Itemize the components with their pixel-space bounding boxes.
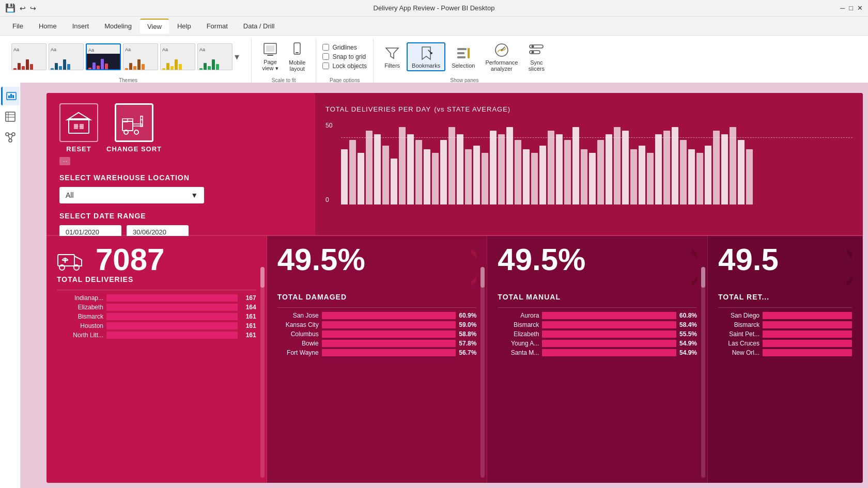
snap-to-grid-checkbox[interactable]: Snap to grid [322,53,367,60]
reset-more-btn[interactable]: ··· [59,157,70,165]
filters-btn[interactable]: Filters [380,43,405,70]
svg-point-6 [430,52,432,54]
metric-header-deliveries: 7087 [57,244,256,275]
controls-panel: RESET ··· [47,93,315,235]
chart-bar-47 [730,127,736,204]
list-item: Bismarck 58.4% [498,321,697,328]
svg-rect-35 [74,126,84,127]
theme-6[interactable]: Aa [197,43,233,70]
show-panes-content: Filters Bookmarks [380,40,549,73]
dashboard: RESET ··· [47,93,863,483]
chart-bar-18 [490,131,497,204]
metric-header-damaged: 49.5% [277,244,477,293]
page-options-content: Gridlines Snap to grid Lock objects [322,40,367,73]
list-item: Kansas City 59.0% [277,321,477,328]
sync-slicers-btn[interactable]: Syncslicers [524,40,549,73]
change-sort-icon-group: CHANGE SORT [106,103,162,153]
lock-objects-input[interactable] [322,62,329,69]
chart-bar-46 [721,134,728,204]
ribbon-group-scale: Pageview ▾ Mobilelayout Scale to fit [252,39,316,84]
chart-bar-6 [391,159,397,204]
tab-insert[interactable]: Insert [65,19,97,33]
svg-rect-20 [12,95,14,98]
tab-data-drill[interactable]: Data / Drill [236,19,282,33]
ribbon-group-themes: Aa Aa [5,39,252,84]
themes-row: Aa Aa [11,43,245,70]
metric-total-returned: 49.5 TOTAL RET... San Diego [708,236,863,483]
sidebar-icon-report[interactable] [1,87,20,105]
reset-icon-box[interactable] [59,103,98,142]
maximize-icon[interactable]: □ [849,4,853,12]
themes-container: Aa Aa [11,40,245,73]
svg-line-30 [11,136,12,139]
chart-bar-14 [457,134,463,204]
redo-icon[interactable]: ↪ [30,4,36,12]
minimize-icon[interactable]: ─ [840,4,845,12]
list-item: Bismarck [718,321,852,328]
theme-1[interactable]: Aa [11,43,47,70]
mobile-layout-btn[interactable]: Mobilelayout [285,40,309,73]
tab-modeling[interactable]: Modeling [97,19,139,33]
chart-bar-34 [622,131,629,204]
metric-total-deliveries: 7087 TOTAL DELIVERIES Indianap... 167 El… [47,236,267,483]
chart-bar-27 [564,140,571,204]
bookmarks-btn[interactable]: Bookmarks [407,42,445,71]
save-icon[interactable]: 💾 [5,3,16,13]
page-view-btn[interactable]: Pageview ▾ [258,40,283,73]
lock-objects-checkbox[interactable]: Lock objects [322,62,367,70]
gridlines-checkbox[interactable]: Gridlines [322,44,367,51]
list-item: Indianap... 167 [57,294,256,302]
scale-label: Scale to fit [272,75,296,83]
chart-bar-40 [672,127,678,204]
tab-format[interactable]: Format [199,19,235,33]
chart-y-min: 0 [326,196,329,203]
ribbon-group-show-panes: Filters Bookmarks [374,39,555,84]
close-icon[interactable]: ✕ [857,4,863,12]
tab-file[interactable]: File [5,19,30,33]
svg-rect-21 [6,112,15,121]
metric-header-returned: 49.5 [718,244,852,293]
average-line [341,137,853,138]
svg-point-27 [9,139,12,142]
total-manual-number: 49.5% [498,244,656,275]
chart-title: TOTAL DELIVERIES PER DAY (vs STATE AVERA… [326,103,853,114]
selection-btn[interactable]: Selection [447,43,479,70]
sidebar-icon-data[interactable] [1,107,20,126]
manual-scrollbar[interactable] [701,267,705,478]
warehouse-dropdown[interactable]: All ▼ [59,187,204,203]
svg-rect-14 [530,51,540,54]
change-sort-label: CHANGE SORT [106,145,162,153]
deliveries-scrollbar[interactable] [260,267,265,478]
deliveries-list: Indianap... 167 Elizabeth 164 Bismarck 1… [57,290,256,339]
chart-bar-45 [713,131,720,204]
metric-total-manual: 49.5% TOTAL MANUAL Aurora 60.8% [487,236,708,483]
svg-rect-4 [296,52,299,53]
theme-3[interactable]: Aa [86,43,121,70]
ribbon-tabs: File Home Insert Modeling View Help Form… [0,17,868,35]
sidebar-icon-model[interactable] [1,128,20,147]
tab-home[interactable]: Home [32,19,64,33]
chart-bar-20 [506,127,513,204]
undo-icon[interactable]: ↩ [20,4,26,12]
svg-rect-9 [457,56,466,58]
theme-4[interactable]: Aa [123,43,158,70]
chart-bar-24 [539,146,546,204]
svg-rect-38 [141,116,143,127]
list-item: Young A... 54.9% [498,340,697,347]
theme-5[interactable]: Aa [160,43,195,70]
themes-expand[interactable]: ▾ [235,51,245,62]
theme-2[interactable]: Aa [49,43,84,70]
list-item: San Jose 60.9% [277,312,477,319]
gridlines-input[interactable] [322,44,329,51]
returned-donut [816,244,852,293]
change-sort-icon-box[interactable] [115,103,153,142]
ribbon: File Home Insert Modeling View Help Form… [0,17,868,88]
performance-analyzer-btn[interactable]: Performanceanalyzer [481,40,522,73]
snap-to-grid-input[interactable] [322,53,329,60]
tab-help[interactable]: Help [170,19,198,33]
damaged-scrollbar[interactable] [481,267,485,478]
date-range-heading: SELECT DATE RANGE [59,212,302,220]
selection-label: Selection [452,62,475,69]
tab-view[interactable]: View [140,19,169,34]
chart-bar-10 [424,149,430,204]
